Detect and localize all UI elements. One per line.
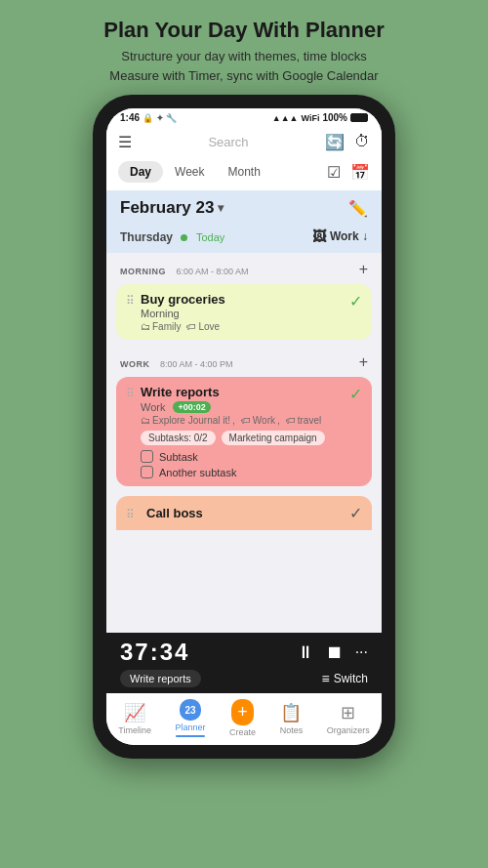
timer-bar: 37:34 ⏸ ⏹ ··· Write reports ≡ Switch — [106, 633, 382, 693]
day-info-row: Thursday Today 🖼 Work ↓ — [106, 226, 382, 253]
date-chevron-icon[interactable]: ▾ — [218, 201, 224, 215]
date-edit-icon[interactable]: ✏️ — [348, 199, 368, 218]
call-boss-check[interactable]: ✓ — [349, 504, 362, 522]
battery-icon — [350, 113, 368, 122]
marketing-button[interactable]: Marketing campaign — [222, 431, 325, 445]
notes-label: Notes — [280, 725, 304, 735]
timer-bottom: Write reports ≡ Switch — [120, 670, 368, 687]
checklist-icon[interactable]: ☑ — [327, 163, 341, 182]
battery-label: 100% — [322, 112, 347, 123]
status-bar: 1:46 🔒 ✦ 🔧 ▲▲▲ WiFi 100% — [106, 108, 382, 127]
call-boss-card: ⠿ Call boss ✓ — [116, 496, 372, 530]
timer-controls: ⏸ ⏹ ··· — [297, 642, 368, 663]
work-task-content: Write reports Work +00:02 🗂 Explore Jour… — [141, 385, 349, 478]
call-boss-row: ⠿ Call boss ✓ — [106, 492, 382, 530]
scroll-content: February 23 ▾ ✏️ Thursday Today 🖼 Work ↓ — [106, 190, 382, 633]
network-icon: ▲▲▲ — [272, 113, 299, 123]
refresh-icon[interactable]: 🔄 — [325, 133, 345, 151]
nav-item-organizers[interactable]: ⊞ Organizers — [327, 702, 370, 735]
morning-task-card: ⠿ Buy groceries Morning 🗂 Family 🏷 Love … — [116, 284, 372, 340]
subtask2-checkbox[interactable] — [141, 466, 153, 478]
work-emoji: 🖼 — [312, 228, 326, 244]
timer-pause-button[interactable]: ⏸ — [297, 642, 314, 663]
morning-task-tags: 🗂 Family 🏷 Love — [141, 321, 349, 332]
morning-task-name: Buy groceries — [141, 292, 349, 307]
subtask-item-2: Another subtask — [141, 466, 349, 478]
status-right: ▲▲▲ WiFi 100% — [272, 112, 368, 123]
bottom-nav: 📈 Timeline 23 Planner + Create 📋 Notes ⊞… — [106, 693, 382, 745]
tab-week[interactable]: Week — [163, 161, 216, 183]
family-tag: 🗂 Family — [141, 321, 181, 332]
morning-section: MORNING 6:00 AM - 8:00 AM + ⠿ Buy grocer… — [106, 253, 382, 346]
day-label: Thursday Today — [120, 227, 224, 245]
timer-label-button[interactable]: Write reports — [120, 670, 201, 687]
hamburger-icon[interactable]: ☰ — [118, 133, 132, 151]
timer-more-button[interactable]: ··· — [355, 643, 368, 661]
tab-month[interactable]: Month — [216, 161, 271, 183]
morning-block-title: MORNING 6:00 AM - 8:00 AM — [120, 261, 249, 278]
work-task-check[interactable]: ✓ — [349, 385, 362, 403]
header-title: Plan Your Day With Planner — [20, 18, 468, 43]
drag-handle-icon: ⠿ — [126, 294, 135, 308]
subtask1-checkbox[interactable] — [141, 450, 153, 463]
status-icons: 🔒 ✦ 🔧 — [142, 113, 177, 123]
travel-tag: 🏷 travel — [286, 415, 321, 426]
work-badge[interactable]: 🖼 Work ↓ — [312, 228, 368, 244]
journal-tag: 🗂 Explore Journal it!, — [141, 415, 235, 426]
morning-block-header: MORNING 6:00 AM - 8:00 AM + — [116, 261, 372, 278]
subtask-item-1: Subtask — [141, 450, 349, 463]
morning-task-content: Buy groceries Morning 🗂 Family 🏷 Love — [141, 292, 349, 332]
header-subtitle: Structure your day with themes, time blo… — [20, 47, 468, 85]
nav-item-notes[interactable]: 📋 Notes — [280, 702, 304, 735]
work-block-title: WORK 8:00 AM - 4:00 PM — [120, 353, 233, 371]
work-section: WORK 8:00 AM - 4:00 PM + ⠿ Write reports — [106, 346, 382, 492]
date-header: February 23 ▾ ✏️ — [106, 190, 382, 226]
morning-add-button[interactable]: + — [359, 261, 368, 278]
tab-actions: ☑ 📅 — [327, 163, 370, 182]
subtask-items: Subtask Another subtask — [141, 450, 349, 478]
nav-item-timeline[interactable]: 📈 Timeline — [118, 702, 151, 735]
timer-stop-button[interactable]: ⏹ — [326, 642, 344, 663]
organizers-icon: ⊞ — [341, 702, 355, 723]
search-bar[interactable]: Search — [132, 135, 325, 149]
work-task-inner: ⠿ Write reports Work +00:02 🗂 Explore Jo… — [126, 385, 362, 478]
call-boss-drag-icon: ⠿ — [126, 508, 135, 521]
planner-badge: 23 — [180, 699, 201, 721]
love-tag: 🏷 Love — [186, 321, 220, 332]
timeline-label: Timeline — [118, 725, 151, 735]
subtasks-count-button[interactable]: Subtasks: 0/2 — [141, 431, 216, 445]
work-task-sublabel: Work — [141, 401, 165, 413]
top-nav: ☰ Search 🔄 ⏱ — [106, 127, 382, 157]
create-label: Create — [229, 727, 256, 737]
switch-button[interactable]: ≡ Switch — [321, 671, 368, 686]
switch-icon: ≡ — [321, 671, 329, 686]
timer-display: 37:34 — [120, 639, 189, 666]
work-add-button[interactable]: + — [359, 353, 368, 371]
timer-top: 37:34 ⏸ ⏹ ··· — [120, 639, 368, 666]
organizers-label: Organizers — [327, 725, 370, 735]
planner-underline — [176, 735, 205, 737]
morning-task-sublabel: Morning — [141, 308, 349, 319]
planner-label: Planner — [176, 723, 206, 732]
timeline-icon: 📈 — [124, 702, 145, 723]
nav-item-planner[interactable]: 23 Planner — [176, 699, 206, 737]
timer-icon[interactable]: ⏱ — [354, 133, 370, 151]
tab-row: Day Week Month ☑ 📅 — [106, 157, 382, 190]
tab-day[interactable]: Day — [118, 161, 163, 183]
calendar-icon[interactable]: 📅 — [350, 163, 370, 182]
phone-screen: 1:46 🔒 ✦ 🔧 ▲▲▲ WiFi 100% ☰ Search 🔄 ⏱ — [106, 108, 382, 745]
date-title: February 23 ▾ — [120, 198, 224, 218]
morning-task-inner: ⠿ Buy groceries Morning 🗂 Family 🏷 Love … — [126, 292, 362, 332]
status-time: 1:46 🔒 ✦ 🔧 — [120, 112, 177, 123]
tabs: Day Week Month — [118, 161, 272, 183]
notes-icon: 📋 — [280, 702, 302, 723]
morning-task-check[interactable]: ✓ — [349, 292, 362, 310]
wifi-icon: WiFi — [302, 113, 320, 123]
create-icon: + — [231, 699, 254, 725]
nav-item-create[interactable]: + Create — [229, 699, 256, 737]
work-task-card: ⠿ Write reports Work +00:02 🗂 Explore Jo… — [116, 377, 372, 486]
phone-shell: 1:46 🔒 ✦ 🔧 ▲▲▲ WiFi 100% ☰ Search 🔄 ⏱ — [93, 95, 395, 759]
call-boss-name: Call boss — [146, 506, 203, 520]
nav-icons: 🔄 ⏱ — [325, 133, 370, 151]
work-task-tags: 🗂 Explore Journal it!, 🏷 Work, 🏷 travel — [141, 415, 349, 426]
